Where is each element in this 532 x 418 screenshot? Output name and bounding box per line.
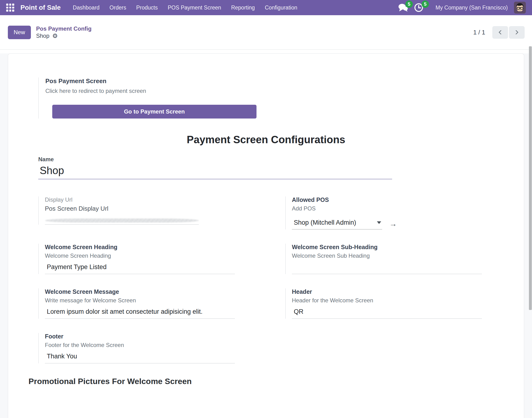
footer-label: Footer <box>45 333 235 340</box>
header-label: Header <box>292 288 482 295</box>
allowed-pos-label: Allowed POS <box>292 197 482 203</box>
welcome-heading-label: Welcome Screen Heading <box>45 244 235 251</box>
promo-pictures-title: Promotional Pictures For Welcome Screen <box>28 377 504 386</box>
welcome-message-label: Welcome Screen Message <box>45 288 235 295</box>
display-url-label: Display Url <box>45 197 235 203</box>
allowed-pos-select[interactable]: Shop (Mitchell Admin) <box>292 219 382 229</box>
header-sublabel: Header for the Welcome Screen <box>292 297 482 304</box>
gear-icon[interactable]: ⚙ <box>52 33 58 39</box>
user-avatar[interactable] <box>514 2 526 13</box>
nav-orders[interactable]: Orders <box>104 4 131 11</box>
welcome-subheading-input[interactable] <box>292 263 482 272</box>
name-label: Name <box>38 156 504 163</box>
record-pager: 1 / 1 <box>473 26 525 39</box>
breadcrumb-current: Shop <box>36 32 49 39</box>
display-url-value-obscured[interactable] <box>45 218 199 225</box>
welcome-subheading-group: Welcome Screen Sub-Heading Welcome Scree… <box>285 244 482 274</box>
new-button[interactable]: New <box>8 26 31 39</box>
allowed-pos-group: Allowed POS Add POS Shop (Mitchell Admin… <box>285 197 482 229</box>
form-sheet: Pos Payment Screen Click here to redirec… <box>8 53 524 418</box>
nav-pos-payment-screen[interactable]: POS Payment Screen <box>163 4 226 11</box>
vertical-scrollbar[interactable] <box>529 46 532 310</box>
activities-button[interactable]: 5 <box>414 2 426 13</box>
messages-button[interactable]: 5 <box>398 2 410 13</box>
pager-previous-button[interactable] <box>492 26 508 39</box>
top-navbar: Point of Sale Dashboard Orders Products … <box>0 0 532 15</box>
nav-products[interactable]: Products <box>131 4 163 11</box>
go-to-payment-screen-button[interactable]: Go to Payment Screen <box>52 105 256 118</box>
welcome-message-underline <box>45 318 235 319</box>
name-field-group: Name Shop <box>38 156 504 179</box>
display-url-sublabel: Pos Screen Display Url <box>45 205 235 212</box>
nav-configuration[interactable]: Configuration <box>260 4 302 11</box>
company-switcher[interactable]: My Company (San Francisco) <box>436 4 508 11</box>
header-underline <box>292 318 482 319</box>
breadcrumb: Pos Payment Config Shop ⚙ <box>36 25 92 39</box>
nav-dashboard[interactable]: Dashboard <box>68 4 105 11</box>
chevron-left-icon <box>497 29 503 35</box>
name-input-underline <box>38 179 392 179</box>
welcome-heading-sublabel: Welcome Screen Heading <box>45 253 235 259</box>
footer-input[interactable]: Thank You <box>45 353 235 361</box>
pos-payment-screen-box: Pos Payment Screen Click here to redirec… <box>38 77 504 118</box>
nav-reporting[interactable]: Reporting <box>226 4 260 11</box>
welcome-message-input[interactable]: Lorem ipsum dolor sit amet consectetur a… <box>45 308 235 317</box>
welcome-subheading-underline <box>292 274 482 274</box>
breadcrumb-parent-link[interactable]: Pos Payment Config <box>36 25 92 32</box>
welcome-message-group: Welcome Screen Message Write message for… <box>38 288 235 319</box>
apps-menu-icon[interactable] <box>6 4 14 12</box>
internal-link-arrow-icon[interactable]: → <box>389 220 397 228</box>
page-title: Payment Screen Configurations <box>28 134 504 146</box>
footer-group: Footer Footer for the Welcome Screen Tha… <box>38 333 235 363</box>
form-view-container: Pos Payment Screen Click here to redirec… <box>0 53 532 418</box>
welcome-message-sublabel: Write message for Welcome Screen <box>45 297 235 304</box>
name-input[interactable]: Shop <box>38 165 504 176</box>
welcome-subheading-label: Welcome Screen Sub-Heading <box>292 244 482 251</box>
app-title[interactable]: Point of Sale <box>20 4 61 12</box>
welcome-subheading-sublabel: Welcome Screen Sub Heading <box>292 253 482 259</box>
welcome-heading-group: Welcome Screen Heading Welcome Screen He… <box>38 244 235 274</box>
footer-underline <box>45 363 235 363</box>
welcome-heading-input[interactable]: Payment Type Listed <box>45 263 235 272</box>
pager-next-button[interactable] <box>509 26 525 39</box>
footer-sublabel: Footer for the Welcome Screen <box>45 342 235 348</box>
control-panel: New Pos Payment Config Shop ⚙ 1 / 1 <box>0 15 532 50</box>
display-url-group: Display Url Pos Screen Display Url <box>38 197 235 225</box>
action-box-subtitle: Click here to redirect to payment screen <box>45 88 504 94</box>
header-group: Header Header for the Welcome Screen QR <box>285 288 482 319</box>
activities-badge: 5 <box>422 0 429 8</box>
welcome-heading-underline <box>45 274 235 274</box>
chevron-right-icon <box>514 29 520 35</box>
allowed-pos-selected-value: Shop (Mitchell Admin) <box>294 219 356 226</box>
messages-badge: 5 <box>405 0 413 8</box>
header-input[interactable]: QR <box>292 308 482 317</box>
action-box-title: Pos Payment Screen <box>45 77 504 85</box>
pager-counter: 1 / 1 <box>473 29 485 36</box>
field-grid: Display Url Pos Screen Display Url Allow… <box>38 197 504 363</box>
allowed-pos-sublabel: Add POS <box>292 205 482 212</box>
caret-down-icon <box>377 221 381 224</box>
